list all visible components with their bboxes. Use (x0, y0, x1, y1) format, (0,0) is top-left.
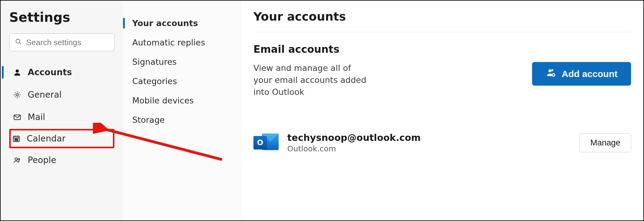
sub-label: Automatic replies (132, 38, 205, 47)
nav-item-people[interactable]: People (9, 149, 114, 171)
sub-item-signatures[interactable]: Signatures (123, 52, 241, 72)
person-icon (12, 68, 22, 77)
manage-account-button[interactable]: Manage (579, 134, 631, 152)
nav-item-calendar[interactable]: Calendar (9, 129, 114, 148)
sub-label: Your accounts (132, 18, 198, 28)
search-icon (15, 38, 22, 46)
person-plus-icon (546, 68, 556, 80)
nav-label: People (28, 155, 56, 165)
account-email: techysnoop@outlook.com (287, 132, 421, 143)
people-icon (12, 156, 22, 165)
email-accounts-title: Email accounts (253, 43, 631, 55)
nav-item-accounts[interactable]: Accounts (9, 62, 114, 83)
nav-label: Calendar (27, 134, 66, 144)
nav-label: Mail (28, 112, 45, 122)
calendar-icon (11, 134, 21, 143)
search-settings-box[interactable] (9, 33, 114, 51)
svg-point-2 (16, 69, 19, 73)
account-row: O techysnoop@outlook.com Outlook.com Man… (253, 132, 631, 154)
svg-point-15 (551, 69, 553, 71)
settings-title: Settings (9, 10, 114, 25)
nav-label: Accounts (28, 67, 72, 77)
sub-label: Signatures (132, 57, 177, 67)
gear-icon (12, 91, 22, 99)
svg-point-3 (16, 94, 18, 96)
svg-point-7 (16, 139, 17, 139)
add-account-button[interactable]: Add account (532, 62, 631, 86)
svg-line-1 (19, 43, 21, 44)
svg-point-6 (15, 139, 15, 139)
account-provider: Outlook.com (287, 144, 421, 153)
svg-point-10 (16, 140, 17, 141)
nav-label: General (28, 90, 62, 100)
page-title: Your accounts (253, 10, 631, 32)
sub-label: Mobile devices (132, 96, 194, 105)
sub-item-mobile-devices[interactable]: Mobile devices (123, 91, 241, 110)
svg-point-0 (16, 39, 20, 43)
manage-label: Manage (590, 138, 620, 147)
svg-point-9 (15, 140, 15, 141)
email-accounts-desc: View and manage all of your email accoun… (253, 62, 370, 98)
sub-item-categories[interactable]: Categories (123, 72, 241, 91)
settings-subnav: Your accounts Automatic replies Signatur… (123, 1, 241, 220)
mail-icon (12, 113, 22, 122)
sub-item-your-accounts[interactable]: Your accounts (123, 14, 241, 33)
nav-item-general[interactable]: General (9, 84, 114, 105)
sub-label: Categories (132, 76, 177, 86)
svg-point-13 (18, 158, 20, 160)
svg-point-14 (549, 69, 552, 72)
search-settings-input[interactable] (26, 38, 109, 47)
settings-nav: Accounts General Mail (9, 62, 114, 171)
nav-item-mail[interactable]: Mail (9, 107, 114, 128)
outlook-icon: O (253, 132, 279, 154)
sub-item-automatic-replies[interactable]: Automatic replies (123, 33, 241, 52)
svg-point-12 (15, 158, 17, 160)
svg-point-8 (17, 139, 18, 139)
add-account-label: Add account (562, 69, 618, 79)
sub-item-storage[interactable]: Storage (123, 110, 241, 130)
sub-label: Storage (132, 115, 165, 125)
settings-sidebar: Settings Accounts (1, 1, 123, 220)
settings-content: Your accounts Email accounts View and ma… (241, 1, 643, 220)
svg-point-11 (17, 140, 18, 141)
